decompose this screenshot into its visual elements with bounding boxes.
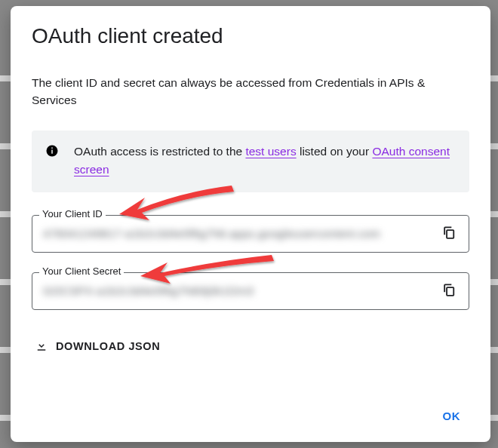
oauth-created-dialog: OAuth client created The client ID and s… — [11, 6, 490, 442]
copy-client-secret-button[interactable] — [437, 279, 461, 303]
client-secret-value: GOCSPX-a1b2c3d4e5f6g7h8i9j0k1l2m3 — [43, 284, 431, 297]
download-json-button[interactable]: DOWNLOAD JSON — [32, 333, 163, 361]
svg-rect-2 — [51, 147, 53, 149]
download-json-label: DOWNLOAD JSON — [56, 340, 160, 352]
test-users-link[interactable]: test users — [245, 145, 296, 158]
client-id-label: Your Client ID — [39, 208, 106, 219]
client-id-field-wrap: Your Client ID 476041249817-a1b2c3d4e5f6… — [32, 215, 469, 253]
dialog-subtitle: The client ID and secret can always be a… — [32, 74, 469, 109]
copy-icon — [441, 282, 456, 299]
download-icon — [35, 339, 48, 354]
restriction-notice: OAuth access is restricted to the test u… — [32, 130, 469, 192]
client-secret-label: Your Client Secret — [39, 265, 124, 277]
client-id-field: 476041249817-a1b2c3d4e5f6g7h8.apps.googl… — [32, 215, 469, 253]
copy-client-id-button[interactable] — [437, 222, 461, 246]
dialog-title: OAuth client created — [32, 24, 469, 48]
svg-rect-4 — [447, 287, 453, 296]
ok-button[interactable]: OK — [434, 404, 470, 428]
svg-rect-1 — [51, 149, 53, 153]
client-id-value: 476041249817-a1b2c3d4e5f6g7h8.apps.googl… — [43, 227, 431, 240]
copy-icon — [441, 225, 456, 242]
notice-text: OAuth access is restricted to the test u… — [74, 143, 456, 179]
svg-rect-3 — [447, 230, 453, 238]
info-icon — [45, 144, 59, 161]
client-secret-field-wrap: Your Client Secret GOCSPX-a1b2c3d4e5f6g7… — [32, 272, 469, 310]
client-secret-field: GOCSPX-a1b2c3d4e5f6g7h8i9j0k1l2m3 — [32, 272, 469, 310]
